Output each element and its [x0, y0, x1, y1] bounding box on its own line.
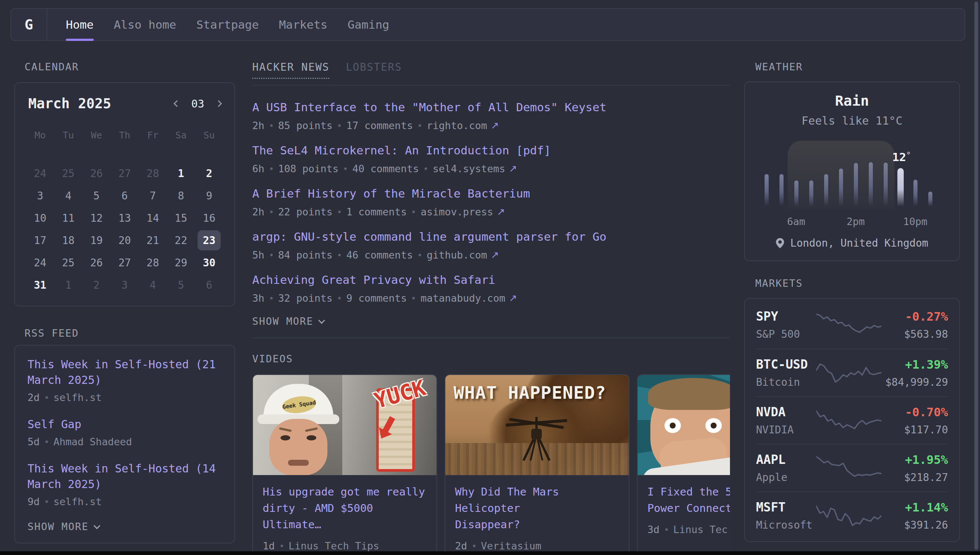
- rss-item[interactable]: This Week in Self-Hosted (14 March 2025)…: [27, 461, 222, 507]
- market-ticker[interactable]: SPY: [756, 309, 816, 324]
- hn-item-title[interactable]: argp: GNU-style command line argument pa…: [252, 229, 730, 244]
- video-channel: Linus Tec: [674, 524, 728, 535]
- hn-item-title[interactable]: Achieving Great Privacy with Safari: [252, 272, 730, 287]
- hn-show-more-button[interactable]: SHOW MORE: [252, 316, 730, 327]
- temperature-bar: [824, 174, 828, 207]
- market-ticker[interactable]: MSFT: [756, 500, 816, 515]
- calendar-day: 17: [26, 229, 55, 252]
- market-ticker[interactable]: BTC-USD: [756, 357, 816, 372]
- rss-item-title[interactable]: This Week in Self-Hosted (21 March 2025): [27, 357, 222, 388]
- weather-feels-like: Feels like 11°C: [756, 114, 948, 127]
- nav-tab[interactable]: Gaming: [348, 9, 389, 40]
- calendar-header: March 2025 03: [26, 96, 223, 112]
- right-column: WEATHER Rain Feels like 11°C 12° 6am2pm1…: [744, 42, 960, 555]
- calendar-day: 4: [55, 184, 83, 207]
- nav-tab[interactable]: Markets: [279, 9, 328, 40]
- market-ticker[interactable]: AAPL: [756, 452, 816, 467]
- calendar-day: 5: [167, 274, 195, 296]
- temperature-bar: [780, 174, 784, 207]
- video-title[interactable]: I Fixed the 5 Power Connect: [647, 484, 730, 517]
- video-card[interactable]: WHAT HAPPENED? Why Did The Mars Helicopt…: [444, 374, 630, 555]
- hn-item-comments[interactable]: 40 comments: [352, 163, 419, 175]
- hn-item-domain[interactable]: righto.com: [427, 120, 488, 131]
- video-card[interactable]: Geek Squad YUCK His upgrade got me reall…: [252, 374, 437, 555]
- news-source-tabs: HACKER NEWSLOBSTERS: [252, 61, 730, 79]
- market-ticker[interactable]: NVDA: [756, 405, 816, 419]
- calendar-day: 5: [82, 184, 111, 207]
- calendar-day: 31: [26, 274, 55, 296]
- weather-heading: WEATHER: [744, 61, 960, 72]
- market-row: AAPL Apple +1.95% $218.27: [756, 444, 948, 491]
- market-price: $218.27: [881, 471, 948, 484]
- calendar-day: 27: [111, 162, 139, 184]
- hn-item-comments[interactable]: 17 comments: [346, 120, 413, 131]
- nav-tab[interactable]: Also home: [114, 9, 176, 40]
- hn-item-age: 2h: [252, 120, 265, 131]
- temperature-bar: [913, 180, 917, 207]
- video-thumbnail[interactable]: DO TH T: [638, 375, 730, 475]
- hn-item-comments[interactable]: 1 comments: [346, 206, 407, 218]
- video-age: 1d: [263, 540, 275, 552]
- hn-item-domain[interactable]: github.com: [427, 249, 488, 261]
- hn-item-title[interactable]: The SeL4 Microkernel: An Introduction [p…: [252, 143, 730, 158]
- video-age: 2d: [455, 540, 467, 552]
- market-price: $84,999.29: [881, 376, 948, 388]
- video-thumbnail[interactable]: Geek Squad YUCK: [253, 375, 436, 475]
- nav-tab[interactable]: Home: [66, 9, 94, 40]
- rss-show-more-button[interactable]: SHOW MORE: [27, 521, 222, 532]
- video-title[interactable]: His upgrade got me really dirty - AMD $5…: [263, 484, 427, 533]
- hn-item: Achieving Great Privacy with Safari 3h 3…: [252, 272, 730, 304]
- news-source-tab[interactable]: LOBSTERS: [346, 61, 402, 78]
- market-values: -0.27% $563.98: [881, 310, 948, 340]
- temperature-bar: [854, 163, 858, 207]
- rss-item[interactable]: This Week in Self-Hosted (21 March 2025)…: [27, 357, 222, 403]
- video-channel: Veritasium: [481, 540, 542, 552]
- dot-separator: [270, 297, 273, 300]
- nav-tab[interactable]: Startpage: [196, 9, 259, 40]
- markets-widget: SPY S&P 500 -0.27% $563.98 BTC-USD Bitco…: [744, 298, 960, 542]
- dot-separator: [338, 254, 341, 256]
- video-thumbnail[interactable]: WHAT HAPPENED?: [445, 375, 629, 475]
- temperature-bar: [884, 162, 888, 207]
- hn-item-points: 84 points: [278, 249, 333, 261]
- market-name: Bitcoin: [756, 376, 816, 388]
- chevron-left-icon[interactable]: [173, 100, 180, 107]
- calendar-day: 10: [26, 207, 55, 229]
- hn-item-domain[interactable]: asimov.press: [420, 206, 493, 218]
- mars-helicopter-icon: [501, 415, 572, 464]
- market-name: Apple: [756, 471, 816, 484]
- rss-item-title[interactable]: Self Gap: [27, 417, 222, 432]
- hn-item-domain[interactable]: matanabudy.com: [420, 292, 505, 304]
- rss-widget: This Week in Self-Hosted (21 March 2025)…: [14, 345, 235, 544]
- rss-item[interactable]: Self Gap 5d Ahmad Shadeed: [27, 417, 222, 448]
- market-values: -0.70% $117.70: [881, 405, 948, 436]
- video-card[interactable]: DO TH T I Fixed the 5 Power Connect 3d L…: [637, 374, 730, 555]
- hn-item: argp: GNU-style command line argument pa…: [252, 229, 730, 261]
- video-title[interactable]: Why Did The Mars Helicopter Disappear?: [455, 484, 619, 533]
- calendar-controls: 03: [175, 98, 221, 110]
- hn-item-domain[interactable]: sel4.systems: [433, 163, 505, 175]
- chevron-down-icon: [94, 522, 101, 529]
- market-change-percent: +1.14%: [881, 500, 948, 515]
- calendar-day: 2: [195, 162, 223, 184]
- weekday-label: Tu: [55, 128, 83, 146]
- rss-item-age: 9d: [27, 496, 40, 507]
- chevron-right-icon[interactable]: [215, 100, 222, 107]
- rss-item-title[interactable]: This Week in Self-Hosted (14 March 2025): [27, 461, 222, 492]
- dot-separator: [425, 167, 427, 170]
- video-channel: Linus Tech Tips: [289, 540, 380, 552]
- calendar-day: 2: [82, 274, 111, 296]
- hn-item-comments[interactable]: 9 comments: [346, 292, 407, 304]
- hn-item-title[interactable]: A USB Interface to the "Mother of All De…: [252, 100, 730, 115]
- news-source-tab[interactable]: HACKER NEWS: [252, 61, 329, 79]
- weather-location: London, United Kingdom: [756, 237, 948, 249]
- scrollbar[interactable]: [974, 2, 978, 550]
- dot-separator: [473, 545, 475, 547]
- rss-item-meta: 5d Ahmad Shadeed: [27, 436, 222, 448]
- market-price: $391.26: [881, 519, 948, 531]
- hn-item-points: 85 points: [278, 120, 333, 131]
- dot-separator: [412, 297, 415, 300]
- hn-item-title[interactable]: A Brief History of the Miracle Bacterium: [252, 186, 730, 201]
- hn-item-comments[interactable]: 46 comments: [346, 249, 413, 261]
- dot-separator: [338, 210, 341, 213]
